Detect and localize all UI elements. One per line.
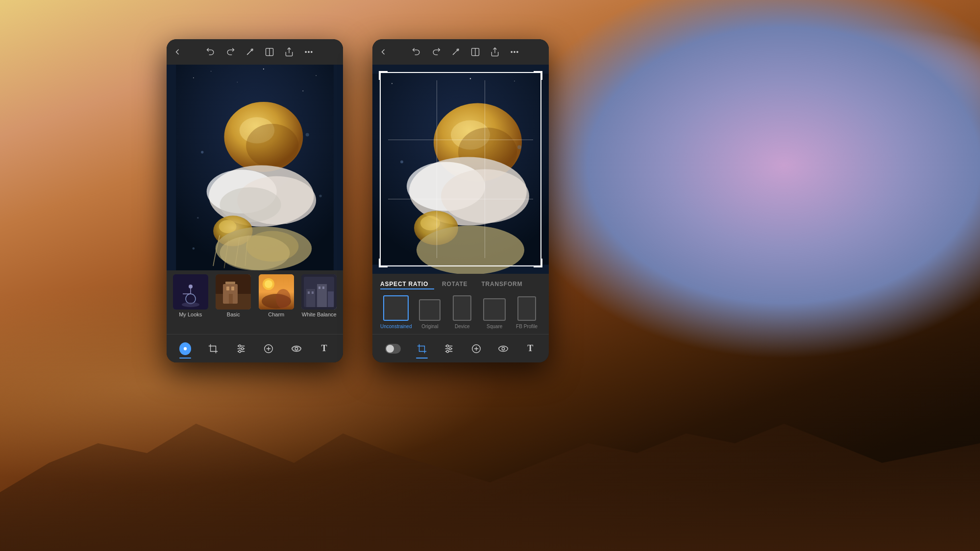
svg-point-32	[319, 194, 321, 197]
svg-point-66	[239, 345, 241, 347]
svg-point-84	[514, 81, 515, 82]
svg-point-80	[517, 51, 518, 53]
crop-icon-right	[416, 343, 428, 355]
svg-rect-45	[231, 287, 234, 290]
ratio-options: Unconstrained Original Device Square FB …	[380, 295, 541, 329]
jellyfish-image-left	[167, 65, 343, 270]
share-button-left[interactable]	[284, 47, 294, 57]
more-button-right[interactable]	[510, 47, 519, 57]
svg-point-12	[211, 71, 211, 72]
preset-label-basic: Basic	[227, 311, 240, 317]
preset-white-balance[interactable]: White Balance	[299, 274, 340, 332]
split-view-left[interactable]	[265, 47, 274, 57]
svg-point-68	[239, 350, 241, 353]
magic-wand-right[interactable]	[451, 47, 461, 57]
magic-wand-left[interactable]	[245, 47, 255, 57]
svg-point-62	[184, 347, 187, 350]
undo-button-left[interactable]	[206, 47, 216, 57]
preset-label-my-looks: My Looks	[179, 311, 202, 317]
preset-my-looks[interactable]: My Looks	[171, 274, 211, 332]
heal-icon-left	[263, 343, 274, 355]
preset-thumb-charm	[259, 274, 294, 310]
svg-point-96	[517, 145, 521, 149]
redo-button-left[interactable]	[225, 47, 235, 57]
bottom-toolbar-right: T	[372, 334, 549, 362]
tool-toggle-right[interactable]	[381, 342, 405, 356]
phone-right: ASPECT RATIO ROTATE TRANSFORM Unconstrai…	[372, 39, 549, 362]
svg-point-78	[511, 51, 513, 53]
preset-label-charm: Charm	[268, 311, 284, 317]
svg-point-95	[400, 161, 403, 164]
svg-rect-43	[225, 282, 235, 284]
adjust-icon-right	[443, 343, 455, 355]
ratio-fb-profile[interactable]: FB Profile	[513, 296, 541, 329]
svg-point-8	[311, 51, 313, 53]
crop-icon-left	[207, 343, 219, 355]
tool-selective-left[interactable]	[287, 341, 306, 357]
ratio-label-device: Device	[455, 324, 470, 329]
tool-adjust-right[interactable]	[439, 341, 459, 357]
svg-point-7	[308, 51, 310, 53]
looks-icon-left	[179, 343, 191, 355]
svg-point-102	[446, 350, 449, 353]
tool-adjust-left[interactable]	[231, 341, 251, 357]
svg-rect-60	[322, 287, 324, 289]
phone-left: My Looks Basic	[167, 39, 343, 362]
svg-point-101	[449, 347, 452, 350]
svg-point-25	[219, 220, 237, 233]
ratio-device[interactable]: Device	[448, 295, 476, 329]
svg-point-16	[302, 91, 303, 92]
tab-transform[interactable]: TRANSFORM	[481, 279, 528, 289]
ratio-square[interactable]: Square	[480, 298, 509, 329]
tool-text-right[interactable]: T	[520, 341, 540, 357]
redo-button-right[interactable]	[431, 47, 441, 57]
ratio-unconstrained[interactable]: Unconstrained	[380, 295, 412, 329]
svg-point-79	[514, 51, 515, 53]
toolbar-right	[372, 39, 549, 65]
aspect-tabs: ASPECT RATIO ROTATE TRANSFORM	[380, 279, 541, 289]
back-button-left[interactable]	[172, 47, 182, 57]
preset-thumb-basic	[216, 274, 251, 310]
tab-aspect-ratio[interactable]: ASPECT RATIO	[380, 279, 434, 289]
tool-looks-left[interactable]	[175, 341, 195, 357]
tool-heal-right[interactable]	[466, 341, 486, 357]
ratio-original[interactable]: Original	[416, 299, 444, 329]
svg-rect-56	[328, 291, 334, 307]
preset-basic[interactable]: Basic	[214, 274, 254, 332]
svg-point-93	[420, 216, 440, 231]
svg-rect-44	[226, 287, 229, 290]
preset-thumb-my-looks	[173, 274, 208, 310]
adjust-icon-left	[235, 343, 247, 355]
svg-point-14	[316, 75, 317, 76]
back-button-right[interactable]	[378, 47, 388, 57]
ratio-label-unconstrained: Unconstrained	[380, 324, 412, 329]
ratio-box-square	[483, 298, 506, 321]
svg-point-30	[197, 217, 199, 219]
svg-point-29	[201, 151, 203, 153]
preset-charm[interactable]: Charm	[256, 274, 296, 332]
text-icon-right: T	[524, 343, 536, 355]
aspect-panel: ASPECT RATIO ROTATE TRANSFORM Unconstrai…	[372, 274, 549, 334]
tool-selective-right[interactable]	[493, 341, 513, 357]
svg-point-71	[295, 347, 298, 350]
selective-icon-left	[291, 343, 302, 355]
svg-point-19	[246, 124, 298, 168]
svg-line-1	[247, 53, 248, 55]
split-view-right[interactable]	[470, 47, 480, 57]
tab-rotate[interactable]: ROTATE	[442, 279, 473, 289]
tool-heal-left[interactable]	[259, 341, 278, 357]
tool-crop-left[interactable]	[203, 341, 223, 357]
svg-rect-59	[318, 287, 320, 289]
tool-crop-right[interactable]	[412, 341, 432, 357]
share-button-right[interactable]	[490, 47, 500, 57]
ratio-box-device	[453, 295, 471, 321]
toggle-button[interactable]	[385, 344, 401, 354]
more-button-left[interactable]	[304, 47, 314, 57]
presets-row: My Looks Basic	[167, 270, 343, 334]
undo-button-right[interactable]	[412, 47, 421, 57]
svg-point-38	[189, 285, 193, 288]
tool-text-left[interactable]: T	[315, 341, 334, 357]
preset-thumb-white-balance	[301, 274, 337, 310]
svg-point-94	[416, 226, 524, 274]
photo-area-left	[167, 65, 343, 270]
